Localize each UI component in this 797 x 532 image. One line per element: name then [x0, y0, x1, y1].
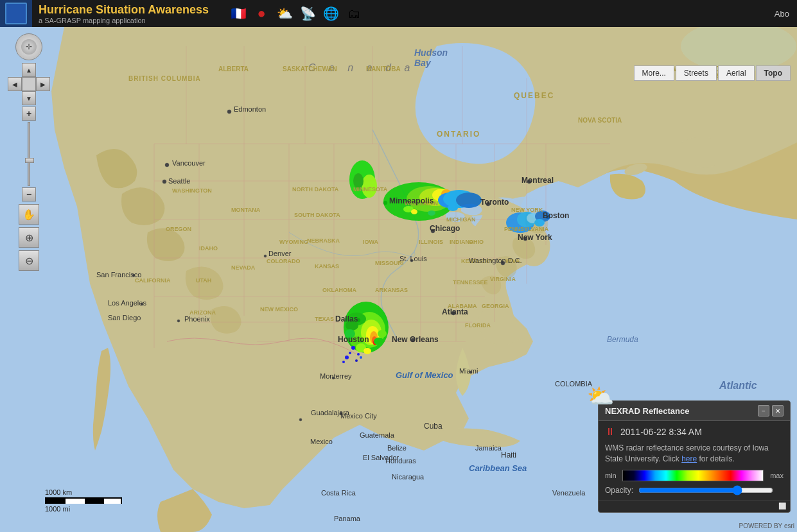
dallas-city-label: Dallas [335, 314, 358, 323]
svg-point-85 [378, 330, 387, 338]
cuba-label: Cuba [424, 422, 442, 431]
nexrad-title: NEXRAD Reflectance [605, 406, 690, 416]
zoom-slider-container: + − [22, 107, 36, 202]
nexrad-play-button[interactable]: ⏸ [605, 426, 615, 438]
zoom-out-tool-button[interactable]: ⊖ [19, 250, 39, 271]
france-flag-icon[interactable]: 🇫🇷 [228, 3, 249, 24]
utah-label: UTAH [196, 277, 211, 284]
nicaragua-label: Nicaragua [392, 473, 424, 481]
toronto-city-label: Toronto [480, 198, 509, 207]
more-button[interactable]: More... [634, 65, 674, 81]
idaho-label: IDAHO [199, 245, 218, 252]
globe-icon[interactable]: 🌐 [320, 3, 341, 24]
svg-point-2 [624, 162, 649, 178]
svg-point-55 [419, 188, 451, 206]
svg-point-29 [162, 180, 166, 184]
oregon-label: OREGON [166, 226, 191, 232]
svg-point-31 [141, 303, 143, 305]
svg-point-74 [366, 326, 379, 344]
svg-point-65 [448, 205, 458, 211]
nexrad-time-row: ⏸ 2011-06-22 8:34 AM [605, 426, 784, 438]
svg-point-70 [534, 219, 545, 227]
record-button[interactable]: ● [251, 3, 272, 24]
weather-icon[interactable]: ⛅ [274, 3, 295, 24]
georgia-label: GEORGIA [482, 303, 509, 309]
svg-point-61 [456, 193, 482, 208]
rss-icon[interactable]: 📡 [297, 3, 318, 24]
new-orleans-city-label: New Orleans [392, 335, 439, 344]
layers-icon[interactable]: 🗂 [344, 3, 364, 24]
nexrad-colorbar [622, 470, 764, 481]
svg-point-76 [372, 336, 377, 344]
svg-point-37 [356, 318, 360, 322]
opacity-slider[interactable] [638, 485, 773, 495]
svg-point-59 [438, 193, 461, 208]
colombia-label: COLOMBIA [555, 380, 592, 388]
colorado-label: COLORADO [267, 258, 301, 264]
svg-point-36 [410, 259, 413, 262]
compass-control[interactable]: ✛ [15, 33, 42, 60]
svg-point-54 [407, 186, 451, 212]
svg-point-47 [546, 215, 550, 219]
zoom-in-tool-button[interactable]: ⊕ [19, 227, 39, 248]
svg-point-39 [332, 377, 335, 379]
streets-button[interactable]: Streets [676, 65, 717, 81]
scale-km-label: 1000 km [45, 488, 122, 496]
nexrad-desc-end: for details. [699, 454, 735, 463]
new-mexico-label: NEW MEXICO [260, 306, 298, 313]
hudson-bay-label: HudsonBay [414, 47, 448, 68]
svg-point-88 [349, 352, 351, 354]
header-icons: 🇫🇷 ● ⛅ 📡 🌐 🗂 [228, 3, 364, 24]
michigan-label: MICHIGAN [446, 216, 476, 223]
pan-down-button[interactable]: ▼ [22, 91, 36, 105]
svg-point-33 [264, 255, 267, 257]
title-area: Hurricane Situation Awareness a SA-GRASP… [32, 2, 215, 26]
svg-point-48 [486, 202, 490, 206]
pan-left-button[interactable]: ◀ [8, 77, 22, 91]
svg-point-45 [501, 261, 505, 265]
svg-point-79 [346, 320, 358, 330]
minnesota-label: MINNESOTA [353, 186, 387, 193]
nexrad-close-button[interactable]: ✕ [772, 405, 784, 416]
pan-right-button[interactable]: ▶ [36, 77, 50, 91]
miami-city-label: Miami [459, 367, 478, 375]
app-logo [0, 0, 32, 27]
nexrad-time: 2011-06-22 8:34 AM [620, 427, 702, 437]
svg-point-42 [411, 338, 415, 342]
svg-point-89 [360, 356, 362, 359]
california-label: CALIFORNIA [135, 277, 171, 284]
wisconsin-label: WISCONSIN [405, 200, 438, 207]
svg-point-34 [383, 201, 387, 205]
topo-button[interactable]: Topo [756, 65, 791, 81]
about-button[interactable]: Abo [767, 0, 797, 27]
app-title: Hurricane Situation Awareness [39, 3, 209, 17]
zoom-in-button[interactable]: + [22, 107, 36, 121]
pan-up-button[interactable]: ▲ [22, 63, 36, 77]
nexrad-expand-button[interactable]: ⬜ [778, 502, 786, 510]
nexrad-link[interactable]: here [681, 454, 697, 463]
pan-tool-button[interactable]: ✋ [19, 204, 39, 225]
oklahoma-label: OKLAHOMA [322, 287, 356, 293]
opacity-label: Opacity: [605, 486, 633, 495]
el-salvador-label: El Salvador [363, 454, 399, 461]
scale-bar: 1000 km 1000 mi [45, 488, 122, 513]
app-header: Hurricane Situation Awareness a SA-GRASP… [0, 0, 797, 27]
svg-point-81 [350, 336, 363, 347]
houston-city-label: Houston [338, 335, 369, 344]
indiana-label: INDIANA [450, 239, 474, 245]
map-container[interactable]: More... Streets Aerial Topo C a n a d a … [0, 27, 797, 532]
svg-point-87 [357, 353, 360, 356]
chicago-city-label: Chicago [430, 224, 460, 233]
svg-point-66 [506, 212, 534, 233]
illinois-label: ILLINOIS [419, 239, 443, 245]
aerial-button[interactable]: Aerial [718, 65, 755, 81]
nexrad-minimize-button[interactable]: − [758, 405, 769, 416]
mexico-main-label: Mexico [310, 438, 333, 445]
zoom-thumb[interactable] [25, 158, 34, 163]
svg-point-77 [373, 340, 377, 345]
zoom-out-button[interactable]: − [22, 187, 36, 202]
costa-rica-label: Costa Rica [321, 489, 356, 497]
alabama-label: ALABAMA [448, 303, 477, 309]
nevada-label: NEVADA [231, 264, 255, 271]
texas-label: TEXAS [315, 316, 334, 322]
